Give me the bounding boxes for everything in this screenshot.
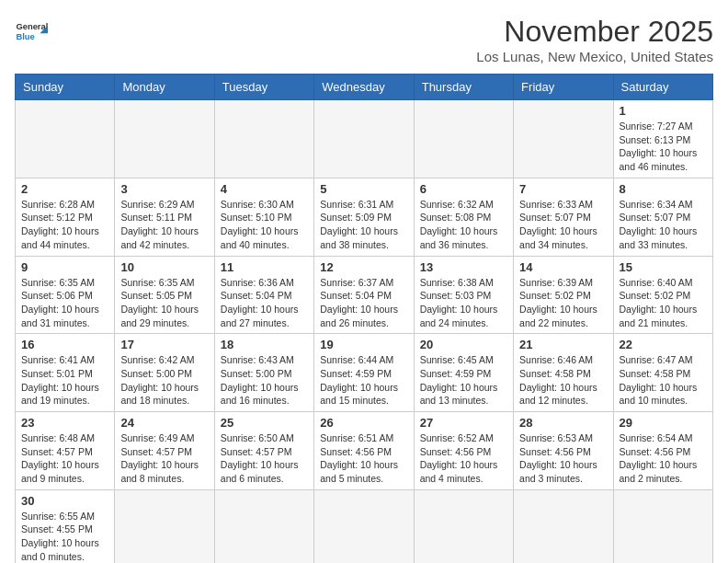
calendar-cell (115, 489, 214, 563)
day-number: 19 (320, 338, 407, 351)
calendar-cell: 18Sunrise: 6:43 AMSunset: 5:00 PMDayligh… (214, 334, 313, 412)
day-info: Sunrise: 6:39 AMSunset: 5:02 PMDaylight:… (519, 276, 607, 330)
day-info: Sunrise: 6:38 AMSunset: 5:03 PMDaylight:… (420, 276, 507, 330)
calendar-cell: 5Sunrise: 6:31 AMSunset: 5:09 PMDaylight… (314, 178, 414, 256)
day-info: Sunrise: 6:30 AMSunset: 5:10 PMDaylight:… (221, 198, 308, 252)
calendar-cell: 13Sunrise: 6:38 AMSunset: 5:03 PMDayligh… (414, 256, 513, 334)
day-info: Sunrise: 6:53 AMSunset: 4:56 PMDaylight:… (519, 431, 607, 486)
day-info: Sunrise: 6:28 AMSunset: 5:12 PMDaylight:… (21, 198, 108, 252)
calendar-cell: 12Sunrise: 6:37 AMSunset: 5:04 PMDayligh… (314, 256, 414, 334)
day-info: Sunrise: 6:54 AMSunset: 4:56 PMDaylight:… (620, 431, 707, 486)
day-header-saturday: Saturday (613, 75, 712, 100)
day-info: Sunrise: 7:27 AMSunset: 6:13 PMDaylight:… (620, 120, 707, 174)
day-info: Sunrise: 6:48 AMSunset: 4:57 PMDaylight:… (21, 431, 108, 486)
calendar-cell (414, 489, 513, 563)
calendar-cell (214, 100, 313, 178)
calendar-cell (314, 100, 414, 178)
calendar-cell: 20Sunrise: 6:45 AMSunset: 4:59 PMDayligh… (414, 334, 513, 412)
calendar-cell (414, 100, 513, 178)
calendar-cell: 24Sunrise: 6:49 AMSunset: 4:57 PMDayligh… (115, 412, 214, 490)
day-info: Sunrise: 6:32 AMSunset: 5:08 PMDaylight:… (420, 198, 507, 252)
calendar-cell: 16Sunrise: 6:41 AMSunset: 5:01 PMDayligh… (16, 334, 115, 412)
day-number: 11 (221, 260, 308, 274)
calendar-week-row: 23Sunrise: 6:48 AMSunset: 4:57 PMDayligh… (16, 412, 713, 490)
calendar-cell: 8Sunrise: 6:34 AMSunset: 5:07 PMDaylight… (613, 178, 712, 256)
day-number: 27 (420, 416, 507, 430)
calendar-cell: 11Sunrise: 6:36 AMSunset: 5:04 PMDayligh… (214, 256, 313, 334)
calendar-week-row: 16Sunrise: 6:41 AMSunset: 5:01 PMDayligh… (16, 334, 713, 412)
calendar-cell: 29Sunrise: 6:54 AMSunset: 4:56 PMDayligh… (613, 412, 712, 490)
calendar-cell: 27Sunrise: 6:52 AMSunset: 4:56 PMDayligh… (414, 412, 513, 490)
day-info: Sunrise: 6:33 AMSunset: 5:07 PMDaylight:… (519, 198, 607, 252)
day-number: 7 (519, 182, 607, 196)
calendar-cell: 21Sunrise: 6:46 AMSunset: 4:58 PMDayligh… (514, 334, 613, 412)
calendar-cell: 1Sunrise: 7:27 AMSunset: 6:13 PMDaylight… (613, 100, 712, 178)
day-number: 28 (519, 416, 607, 430)
day-header-monday: Monday (115, 75, 214, 100)
calendar-table: SundayMondayTuesdayWednesdayThursdayFrid… (15, 74, 713, 563)
day-number: 17 (120, 338, 208, 351)
month-title: November 2025 (476, 15, 713, 49)
calendar-cell (514, 489, 613, 563)
calendar-cell: 14Sunrise: 6:39 AMSunset: 5:02 PMDayligh… (514, 256, 613, 334)
logo: General Blue (15, 15, 48, 48)
calendar-cell: 28Sunrise: 6:53 AMSunset: 4:56 PMDayligh… (514, 412, 613, 490)
day-info: Sunrise: 6:31 AMSunset: 5:09 PMDaylight:… (320, 198, 407, 252)
day-info: Sunrise: 6:37 AMSunset: 5:04 PMDaylight:… (320, 276, 407, 330)
day-info: Sunrise: 6:55 AMSunset: 4:55 PMDaylight:… (21, 510, 108, 563)
calendar-cell: 10Sunrise: 6:35 AMSunset: 5:05 PMDayligh… (115, 256, 214, 334)
calendar-cell: 19Sunrise: 6:44 AMSunset: 4:59 PMDayligh… (314, 334, 414, 412)
day-number: 30 (21, 494, 108, 508)
calendar-cell: 3Sunrise: 6:29 AMSunset: 5:11 PMDaylight… (115, 178, 214, 256)
day-number: 24 (120, 416, 208, 430)
day-info: Sunrise: 6:29 AMSunset: 5:11 PMDaylight:… (120, 198, 208, 252)
day-number: 16 (21, 338, 108, 351)
day-number: 10 (120, 260, 208, 274)
day-header-friday: Friday (514, 75, 613, 100)
calendar-cell (214, 489, 313, 563)
day-info: Sunrise: 6:50 AMSunset: 4:57 PMDaylight:… (221, 431, 308, 486)
day-info: Sunrise: 6:46 AMSunset: 4:58 PMDaylight:… (519, 353, 607, 408)
calendar-week-row: 1Sunrise: 7:27 AMSunset: 6:13 PMDaylight… (16, 100, 713, 178)
day-info: Sunrise: 6:43 AMSunset: 5:00 PMDaylight:… (221, 353, 308, 408)
svg-text:General: General (16, 22, 48, 31)
calendar-cell: 2Sunrise: 6:28 AMSunset: 5:12 PMDaylight… (16, 178, 115, 256)
day-header-tuesday: Tuesday (214, 75, 313, 100)
day-header-sunday: Sunday (16, 75, 115, 100)
day-header-wednesday: Wednesday (314, 75, 414, 100)
title-area: November 2025 Los Lunas, New Mexico, Uni… (476, 15, 713, 64)
day-number: 29 (620, 416, 707, 430)
day-info: Sunrise: 6:36 AMSunset: 5:04 PMDaylight:… (221, 276, 308, 330)
day-header-thursday: Thursday (414, 75, 513, 100)
day-info: Sunrise: 6:41 AMSunset: 5:01 PMDaylight:… (21, 353, 108, 408)
calendar-cell: 26Sunrise: 6:51 AMSunset: 4:56 PMDayligh… (314, 412, 414, 490)
day-number: 18 (221, 338, 308, 351)
day-info: Sunrise: 6:42 AMSunset: 5:00 PMDaylight:… (120, 353, 208, 408)
day-number: 13 (420, 260, 507, 274)
calendar-cell (16, 100, 115, 178)
calendar-cell (314, 489, 414, 563)
day-number: 1 (620, 104, 707, 118)
day-info: Sunrise: 6:35 AMSunset: 5:06 PMDaylight:… (21, 276, 108, 330)
calendar-week-row: 2Sunrise: 6:28 AMSunset: 5:12 PMDaylight… (16, 178, 713, 256)
day-info: Sunrise: 6:51 AMSunset: 4:56 PMDaylight:… (320, 431, 407, 486)
location-title: Los Lunas, New Mexico, United States (476, 49, 713, 64)
day-number: 5 (320, 182, 407, 196)
day-info: Sunrise: 6:45 AMSunset: 4:59 PMDaylight:… (420, 353, 507, 408)
day-info: Sunrise: 6:52 AMSunset: 4:56 PMDaylight:… (420, 431, 507, 486)
calendar-header-row: SundayMondayTuesdayWednesdayThursdayFrid… (16, 75, 713, 100)
day-number: 3 (120, 182, 208, 196)
calendar-cell (115, 100, 214, 178)
day-number: 12 (320, 260, 407, 274)
calendar-cell (613, 489, 712, 563)
day-number: 8 (620, 182, 707, 196)
day-info: Sunrise: 6:47 AMSunset: 4:58 PMDaylight:… (620, 353, 707, 408)
calendar-cell: 4Sunrise: 6:30 AMSunset: 5:10 PMDaylight… (214, 178, 313, 256)
day-number: 6 (420, 182, 507, 196)
day-info: Sunrise: 6:44 AMSunset: 4:59 PMDaylight:… (320, 353, 407, 408)
day-info: Sunrise: 6:49 AMSunset: 4:57 PMDaylight:… (120, 431, 208, 486)
day-number: 2 (21, 182, 108, 196)
calendar-cell: 6Sunrise: 6:32 AMSunset: 5:08 PMDaylight… (414, 178, 513, 256)
day-number: 20 (420, 338, 507, 351)
svg-text:Blue: Blue (16, 32, 34, 41)
